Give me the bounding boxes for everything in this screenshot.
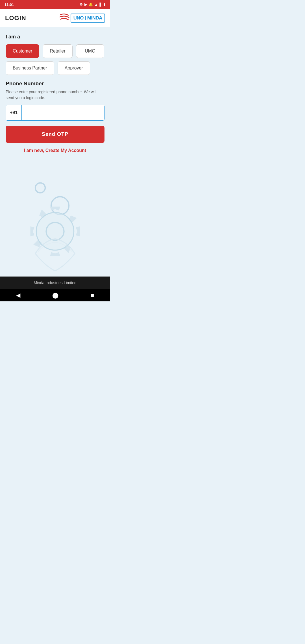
nav-back-button[interactable]: ◀ bbox=[16, 292, 20, 299]
logo-container: UNO | MINDA bbox=[59, 12, 105, 24]
main-content: I am a Customer Retailer UMC Business Pa… bbox=[0, 27, 110, 156]
nav-bar: ◀ ⬤ ■ bbox=[0, 289, 110, 301]
phone-prefix: +91 bbox=[6, 105, 22, 120]
page-title: LOGIN bbox=[5, 14, 26, 22]
play-icon: ▶ bbox=[84, 3, 87, 6]
settings-icon: ⚙ bbox=[80, 3, 83, 6]
status-time: 11:01 bbox=[5, 3, 14, 7]
nav-recents-button[interactable]: ■ bbox=[91, 292, 94, 299]
svg-point-0 bbox=[35, 183, 45, 193]
logo-box: UNO | MINDA bbox=[71, 14, 105, 23]
nav-home-button[interactable]: ⬤ bbox=[52, 292, 58, 299]
create-account-link[interactable]: I am new, Create My Account bbox=[6, 148, 104, 153]
status-bar: 11:01 ⚙ ▶ 🔔 ▲ ▌ ▮ bbox=[0, 0, 110, 9]
role-button-customer[interactable]: Customer bbox=[6, 44, 39, 58]
svg-point-1 bbox=[51, 197, 69, 215]
wifi-icon: ▲ bbox=[95, 3, 98, 6]
status-icons: ⚙ ▶ 🔔 ▲ ▌ ▮ bbox=[80, 3, 106, 6]
header: LOGIN UNO | MINDA bbox=[0, 9, 110, 27]
svg-point-2 bbox=[36, 213, 74, 250]
illustration-area bbox=[0, 156, 110, 277]
phone-section: Phone Number Please enter your registere… bbox=[6, 80, 104, 153]
send-otp-button[interactable]: Send OTP bbox=[6, 126, 104, 143]
role-button-retailer[interactable]: Retailer bbox=[43, 44, 72, 58]
role-button-approver[interactable]: Approver bbox=[58, 61, 90, 75]
logo-swoosh-icon bbox=[59, 12, 69, 24]
logo-uno-text: UNO bbox=[73, 15, 84, 21]
role-button-umc[interactable]: UMC bbox=[76, 44, 104, 58]
footer: Minda Industries Limited bbox=[0, 277, 110, 289]
phone-input-row: +91 bbox=[6, 105, 104, 121]
notification-icon: 🔔 bbox=[89, 3, 93, 6]
battery-icon: ▮ bbox=[104, 3, 106, 6]
phone-description: Please enter your registered phone numbe… bbox=[6, 89, 104, 101]
phone-input[interactable] bbox=[22, 105, 104, 120]
role-row-1: Customer Retailer UMC bbox=[6, 44, 104, 58]
role-section-label: I am a bbox=[6, 34, 104, 40]
role-row-2: Business Partner Approver bbox=[6, 61, 104, 75]
logo-minda-text: MINDA bbox=[87, 15, 102, 21]
gear-illustration bbox=[6, 162, 104, 271]
role-button-business-partner[interactable]: Business Partner bbox=[6, 61, 54, 75]
phone-title: Phone Number bbox=[6, 80, 104, 87]
signal-icon: ▌ bbox=[99, 3, 102, 6]
footer-text: Minda Industries Limited bbox=[34, 280, 77, 285]
